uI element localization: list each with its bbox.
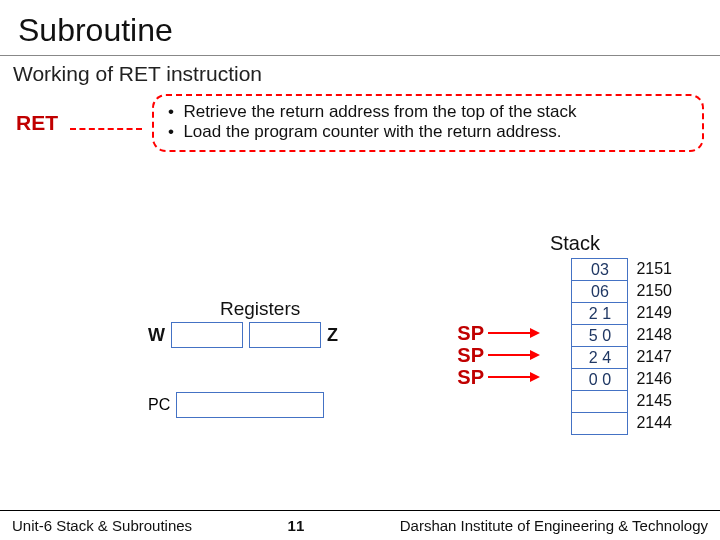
stack-address: 2149 bbox=[636, 302, 672, 324]
stack-table: 03 06 2 1 5 0 2 4 0 0 bbox=[571, 258, 628, 435]
pc-label: PC bbox=[148, 396, 170, 414]
info-bullet-1: • Retrieve the return address from the t… bbox=[168, 102, 686, 122]
sp-label-1: SP bbox=[457, 322, 484, 344]
wz-register-row: W Z bbox=[148, 322, 338, 348]
connector-line bbox=[70, 128, 142, 130]
stack-address: 2150 bbox=[636, 280, 672, 302]
w-label: W bbox=[148, 325, 165, 346]
slide-subtitle: Working of RET instruction bbox=[0, 56, 720, 90]
footer-right: Darshan Institute of Engineering & Techn… bbox=[400, 517, 708, 534]
registers-heading: Registers bbox=[220, 298, 300, 320]
sp-label-3: SP bbox=[457, 366, 484, 388]
stack-cell bbox=[572, 391, 628, 413]
arrow-right-icon bbox=[488, 372, 540, 382]
footer: Unit-6 Stack & Subroutines 11 Darshan In… bbox=[0, 510, 720, 540]
arrow-right-icon bbox=[488, 350, 540, 360]
sp-pointer-column: SP SP SP bbox=[457, 322, 540, 388]
pc-register-box bbox=[176, 392, 324, 418]
footer-page: 11 bbox=[192, 517, 400, 534]
ret-label: RET bbox=[16, 111, 60, 135]
info-text-2: Load the program counter with the return… bbox=[183, 122, 561, 141]
info-text-1: Retrieve the return address from the top… bbox=[183, 102, 576, 121]
stack-cell: 5 0 bbox=[572, 325, 628, 347]
arrow-right-icon bbox=[488, 328, 540, 338]
stack-address: 2151 bbox=[636, 258, 672, 280]
stack-cell: 03 bbox=[572, 259, 628, 281]
stack-cell: 2 1 bbox=[572, 303, 628, 325]
stack-address: 2144 bbox=[636, 412, 672, 434]
stack-heading: Stack bbox=[550, 232, 600, 255]
sp-label-2: SP bbox=[457, 344, 484, 366]
stack-cell: 0 0 bbox=[572, 369, 628, 391]
z-label: Z bbox=[327, 325, 338, 346]
footer-left: Unit-6 Stack & Subroutines bbox=[12, 517, 192, 534]
stack-address: 2147 bbox=[636, 346, 672, 368]
stack-address: 2148 bbox=[636, 324, 672, 346]
z-register-box bbox=[249, 322, 321, 348]
stack-cell: 2 4 bbox=[572, 347, 628, 369]
stack-cell bbox=[572, 413, 628, 435]
address-column: 2151 2150 2149 2148 2147 2146 2145 2144 bbox=[636, 258, 672, 434]
info-bullet-2: • Load the program counter with the retu… bbox=[168, 122, 686, 142]
pc-register-row: PC bbox=[148, 392, 324, 418]
w-register-box bbox=[171, 322, 243, 348]
stack-address: 2146 bbox=[636, 368, 672, 390]
stack-cell: 06 bbox=[572, 281, 628, 303]
slide-title: Subroutine bbox=[0, 0, 720, 56]
info-box: • Retrieve the return address from the t… bbox=[152, 94, 704, 152]
stack-area: 03 06 2 1 5 0 2 4 0 0 2151 2150 2149 214… bbox=[571, 258, 672, 435]
stack-address: 2145 bbox=[636, 390, 672, 412]
ret-row: RET • Retrieve the return address from t… bbox=[0, 90, 720, 152]
